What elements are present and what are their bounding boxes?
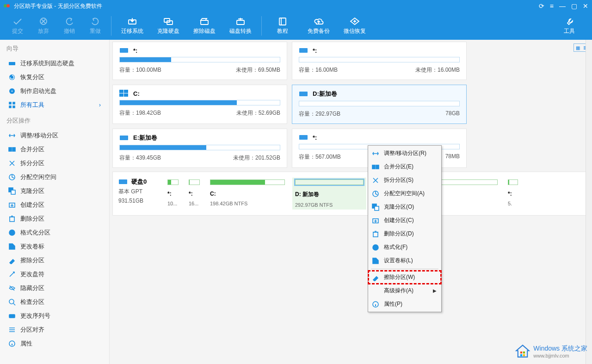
partition-card[interactable]: *:容量：16.00MB未使用：16.00MB xyxy=(292,42,467,80)
create-icon xyxy=(372,217,379,224)
redo-icon xyxy=(90,17,101,26)
partition-card[interactable]: C:容量：198.42GB未使用：52.69GB xyxy=(112,85,287,124)
sidebar-item-create[interactable]: 创建分区 xyxy=(0,198,109,212)
toolbar-cloud[interactable]: 免费备份 xyxy=(301,13,337,39)
context-item-label[interactable]: 设置卷标(L) xyxy=(368,254,441,267)
svg-rect-45 xyxy=(520,352,522,353)
wipe-icon xyxy=(8,257,16,264)
watermark: Windows 系统之家 www.bjjmlv.com xyxy=(515,344,587,359)
svg-rect-6 xyxy=(279,18,286,25)
sidebar-item-resize[interactable]: 调整/移动分区 xyxy=(0,129,109,142)
toolbar-book[interactable]: 教程 xyxy=(265,13,301,39)
toolbar-check[interactable]: 提交 xyxy=(5,13,31,39)
disk-map: 硬盘0基本 GPT931.51GB*:10...*:16...C:198.42G… xyxy=(112,172,589,216)
svg-rect-40 xyxy=(375,206,379,210)
context-label: 调整/移动分区(R) xyxy=(384,149,426,157)
svg-rect-12 xyxy=(13,102,15,104)
toolbar-drive-convert[interactable]: 磁盘转换 xyxy=(222,13,259,39)
context-item-props[interactable]: 属性(P) xyxy=(368,297,441,311)
toolbar-undo[interactable]: 撤销 xyxy=(56,13,82,39)
svg-rect-15 xyxy=(9,148,12,151)
sidebar-item-label: 更改盘符 xyxy=(20,270,44,278)
sidebar-item-label[interactable]: 更改卷标 xyxy=(0,240,109,253)
context-item-resize[interactable]: 调整/移动分区(R) xyxy=(368,147,441,160)
svg-rect-30 xyxy=(119,93,123,97)
context-item-split[interactable]: 拆分分区(S) xyxy=(368,173,441,187)
toolbar-drive-erase[interactable]: 擦除磁盘 xyxy=(186,13,222,39)
svg-rect-47 xyxy=(520,354,522,356)
sidebar-item-label: 分区对齐 xyxy=(20,326,44,334)
close-icon[interactable]: ✕ xyxy=(583,2,588,10)
capacity-label: 容量：292.97GB xyxy=(299,110,340,118)
segment-label: D: 新加卷 xyxy=(295,191,364,198)
disk-segment[interactable]: *:16... xyxy=(186,178,203,210)
clone-icon xyxy=(8,187,16,195)
sidebar-item-hide[interactable]: 隐藏分区 xyxy=(0,281,109,295)
context-item-allocate[interactable]: 分配空闲空间(A) xyxy=(368,187,441,200)
capacity-label: 容量：198.42GB xyxy=(119,109,161,117)
maximize-icon[interactable]: ▢ xyxy=(571,2,577,10)
app-logo-icon xyxy=(4,2,11,10)
context-label: 格式化(F) xyxy=(384,243,407,251)
toolbar-wechat[interactable]: 微信恢复 xyxy=(337,13,373,39)
context-item-delete[interactable]: 删除分区(D) xyxy=(368,227,441,241)
sidebar-item-check[interactable]: 检查分区 xyxy=(0,295,109,309)
drive-icon xyxy=(8,60,16,67)
serial-icon xyxy=(8,312,16,320)
disk-segment[interactable]: *:5. xyxy=(505,178,521,210)
context-item-format[interactable]: 格式化(F) xyxy=(368,241,441,254)
context-item-merge[interactable]: 合并分区(E) xyxy=(368,160,441,173)
refresh-icon[interactable]: ⟳ xyxy=(539,2,544,10)
scrollbar[interactable] xyxy=(586,40,592,364)
sidebar-item-props[interactable]: 属性 xyxy=(0,337,109,351)
toolbar-drive-copy[interactable]: 克隆硬盘 xyxy=(150,13,186,39)
props-icon xyxy=(372,301,379,308)
recover-icon xyxy=(8,74,16,81)
sidebar-item-recover[interactable]: 恢复分区 xyxy=(0,70,109,84)
svg-point-22 xyxy=(9,230,15,235)
sidebar-item-split[interactable]: 拆分分区 xyxy=(0,156,109,170)
sidebar-item-all[interactable]: 所有工具› xyxy=(0,98,109,112)
partition-name: C: xyxy=(133,90,140,97)
disk-segment[interactable]: *:10... xyxy=(165,178,181,210)
context-item-wipe[interactable]: 擦除分区(W) xyxy=(368,271,441,284)
check-icon xyxy=(8,298,16,306)
context-item-create[interactable]: 创建分区(C) xyxy=(368,214,441,227)
sidebar-item-allocate[interactable]: 分配空闲空间 xyxy=(0,170,109,184)
resize-icon xyxy=(372,150,379,157)
label-icon xyxy=(372,257,379,265)
format-icon xyxy=(372,244,379,251)
partition-card[interactable]: E:新加卷容量：439.45GB未使用：201.52GB xyxy=(112,129,287,168)
menu-icon[interactable]: ≡ xyxy=(550,2,554,10)
cloud-icon xyxy=(313,17,324,26)
drive-erase-icon xyxy=(199,17,210,26)
toolbar-drive-arrow[interactable]: 迁移系统 xyxy=(114,13,150,39)
svg-point-23 xyxy=(9,299,14,304)
disk-segment[interactable]: D: 新加卷292.97GB NTFS xyxy=(292,178,366,210)
segment-label: C: xyxy=(210,191,285,197)
delete-icon xyxy=(8,215,16,222)
sidebar-item-serial[interactable]: 更改序列号 xyxy=(0,309,109,323)
blank-icon xyxy=(372,287,379,295)
sidebar-item-align[interactable]: 分区对齐 xyxy=(0,323,109,337)
toolbar-wrench[interactable]: 工具 xyxy=(551,13,587,39)
svg-rect-42 xyxy=(373,232,378,237)
context-item-clone[interactable]: 克隆分区(O) xyxy=(368,200,441,214)
toolbar-redo[interactable]: 重做 xyxy=(82,13,108,39)
sidebar-item-clone[interactable]: 克隆分区 xyxy=(0,184,109,198)
disk-segment[interactable]: C:198.42GB NTFS xyxy=(207,178,288,210)
partition-card[interactable]: *:容量：100.00MB未使用：69.50MB xyxy=(112,42,287,80)
toolbar-x[interactable]: 放弃 xyxy=(31,13,56,39)
context-item-advanced[interactable]: 高级操作(A)▶ xyxy=(368,284,441,297)
toolbar-label: 放弃 xyxy=(38,27,49,35)
sidebar-item-merge[interactable]: 合并分区 xyxy=(0,142,109,156)
sidebar-item-format[interactable]: 格式化分区 xyxy=(0,226,109,240)
sidebar-item-disc[interactable]: 制作启动光盘 xyxy=(0,84,109,98)
partition-card[interactable]: D:新加卷容量：292.97GB78GB xyxy=(292,85,467,124)
minimize-icon[interactable]: — xyxy=(559,2,566,10)
sidebar-item-delete[interactable]: 删除分区 xyxy=(0,212,109,226)
sidebar-item-wipe[interactable]: 擦除分区 xyxy=(0,253,109,267)
sidebar-item-drive[interactable]: 迁移系统到固态硬盘 xyxy=(0,56,109,70)
sidebar-item-letter[interactable]: 更改盘符 xyxy=(0,267,109,281)
svg-rect-37 xyxy=(376,165,379,169)
